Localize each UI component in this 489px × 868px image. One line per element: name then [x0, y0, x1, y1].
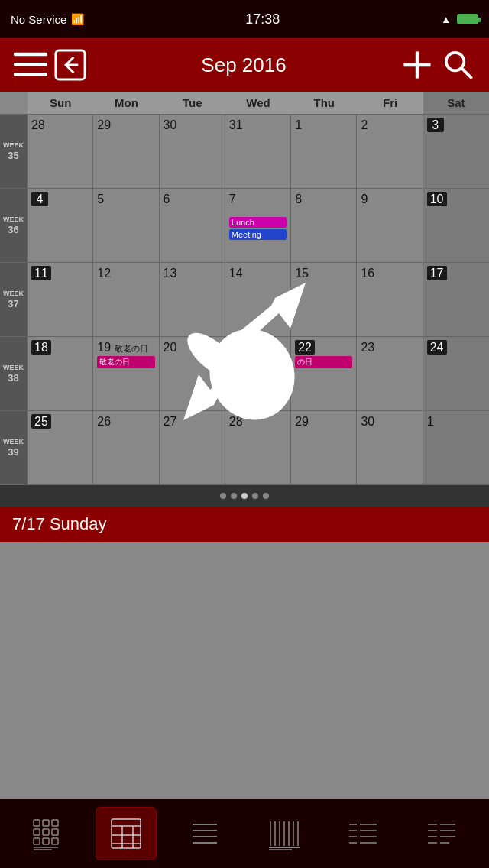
cal-cell[interactable]: 15: [291, 263, 357, 336]
cal-cell[interactable]: 29: [93, 115, 159, 188]
cal-cell[interactable]: 28: [225, 411, 291, 484]
week-label-35: WEEK35: [0, 115, 28, 188]
svg-rect-17: [43, 829, 49, 835]
day-header-mon: Mon: [93, 92, 159, 114]
day-header-fri: Fri: [357, 92, 423, 114]
add-button[interactable]: [400, 48, 434, 82]
calendar-row-37: WEEK37 11 12 13 14 15 16 17: [0, 263, 489, 337]
calendar-row-38: WEEK38 18 19 敬老の日 敬老の日 20 21 22 の日 23 24: [0, 337, 489, 411]
week-label-38: WEEK38: [0, 337, 28, 410]
dot-2: [231, 493, 237, 499]
week-label-36: WEEK36: [0, 189, 28, 262]
bottom-toolbar: [0, 799, 489, 868]
day-detail-header: 7/17 Sunday: [0, 507, 489, 542]
svg-rect-16: [34, 829, 40, 835]
day-header-sat: Sat: [423, 92, 489, 114]
time-display: 17:38: [245, 11, 280, 28]
cal-cell[interactable]: 14: [225, 263, 291, 336]
svg-rect-2: [14, 73, 47, 76]
calendar-grid: WEEK35 28 29 30 31 1 2 3 WEEK36 4 5 6 7 …: [0, 115, 489, 485]
cal-cell[interactable]: 23: [357, 337, 423, 410]
dot-4: [252, 493, 258, 499]
toolbar-daylist-view[interactable]: [332, 807, 393, 860]
toolbar-month-view[interactable]: [96, 807, 157, 860]
svg-rect-21: [52, 838, 58, 844]
cal-cell[interactable]: 27: [160, 411, 225, 484]
dots-indicator: [0, 485, 489, 507]
nav-bar: Sep 2016: [0, 38, 489, 92]
day-header-wed: Wed: [225, 92, 291, 114]
cal-cell-sat[interactable]: 10: [423, 189, 489, 262]
cal-cell[interactable]: 12: [93, 263, 159, 336]
toolbar-day-view[interactable]: [411, 807, 472, 860]
cal-cell[interactable]: 21: [225, 337, 291, 410]
calendar-row-36: WEEK36 4 5 6 7 Lunch Meeting 8 9 10: [0, 189, 489, 263]
cal-cell[interactable]: 4: [28, 189, 93, 262]
cal-cell[interactable]: 20: [160, 337, 225, 410]
cal-cell[interactable]: 25: [28, 411, 93, 484]
week-label-37: WEEK37: [0, 263, 28, 336]
svg-line-8: [461, 68, 471, 78]
svg-rect-15: [52, 820, 58, 826]
event-lunch[interactable]: Lunch: [229, 217, 287, 228]
calendar-section: Sun Mon Tue Wed Thu Fri Sat WEEK35 28 29…: [0, 92, 489, 485]
cal-cell[interactable]: 1: [291, 115, 357, 188]
toolbar-week-view[interactable]: [254, 807, 315, 860]
cal-cell-7[interactable]: 7 Lunch Meeting: [225, 189, 291, 262]
holiday-badge: 敬老の日: [97, 356, 154, 368]
week-label-header: [0, 92, 28, 114]
holiday-badge-22: の日: [295, 356, 352, 368]
svg-point-7: [446, 53, 464, 70]
day-header-sun: Sun: [28, 92, 93, 114]
cal-cell[interactable]: 31: [225, 115, 291, 188]
status-left: No Service 📶: [11, 13, 84, 26]
calendar-row-39: WEEK39 25 26 27 28 29 30 1: [0, 411, 489, 485]
wifi-icon: 📶: [71, 13, 84, 25]
day-detail-title: 7/17 Sunday: [12, 514, 107, 533]
dot-3: [241, 493, 248, 499]
cal-cell[interactable]: 29: [291, 411, 357, 484]
day-headers: Sun Mon Tue Wed Thu Fri Sat: [0, 92, 489, 115]
dot-1: [220, 493, 226, 499]
cal-cell[interactable]: 6: [160, 189, 225, 262]
day-events-area[interactable]: [0, 542, 489, 802]
cal-cell-sat[interactable]: 3: [423, 115, 489, 188]
cal-cell[interactable]: 30: [160, 115, 225, 188]
cal-cell[interactable]: 9: [357, 189, 423, 262]
cal-cell[interactable]: 8: [291, 189, 357, 262]
cal-cell[interactable]: 2: [357, 115, 423, 188]
menu-button[interactable]: [14, 48, 47, 82]
cal-cell[interactable]: 30: [357, 411, 423, 484]
cal-cell-sat[interactable]: 24: [423, 337, 489, 410]
svg-rect-1: [14, 63, 47, 66]
cal-cell-19[interactable]: 19 敬老の日 敬老の日: [93, 337, 159, 410]
holiday-text: 敬老の日: [115, 344, 148, 353]
calendar-row-35: WEEK35 28 29 30 31 1 2 3: [0, 115, 489, 189]
cal-cell[interactable]: 26: [93, 411, 159, 484]
status-right: ▲: [441, 14, 478, 25]
cal-cell-sat[interactable]: 17: [423, 263, 489, 336]
cal-cell[interactable]: 11: [28, 263, 93, 336]
cal-cell[interactable]: 5: [93, 189, 159, 262]
battery-icon: [457, 14, 478, 24]
svg-rect-14: [43, 820, 49, 826]
search-button[interactable]: [442, 48, 475, 82]
cal-cell[interactable]: 13: [160, 263, 225, 336]
toolbar-year-view[interactable]: [17, 807, 78, 860]
cal-cell-22[interactable]: 22 の日: [291, 337, 357, 410]
dot-5: [263, 493, 269, 499]
cal-cell[interactable]: 28: [28, 115, 93, 188]
event-meeting[interactable]: Meeting: [229, 229, 287, 240]
cal-cell[interactable]: 18: [28, 337, 93, 410]
cal-cell[interactable]: 16: [357, 263, 423, 336]
back-button[interactable]: [53, 48, 87, 82]
location-icon: ▲: [441, 14, 451, 25]
status-bar: No Service 📶 17:38 ▲: [0, 0, 489, 38]
svg-rect-0: [14, 53, 47, 56]
nav-title: Sep 2016: [87, 53, 400, 77]
toolbar-list-view[interactable]: [174, 807, 235, 860]
cal-cell-sat[interactable]: 1: [423, 411, 489, 484]
svg-rect-13: [34, 820, 40, 826]
svg-rect-18: [52, 829, 58, 835]
carrier-text: No Service: [11, 13, 66, 26]
